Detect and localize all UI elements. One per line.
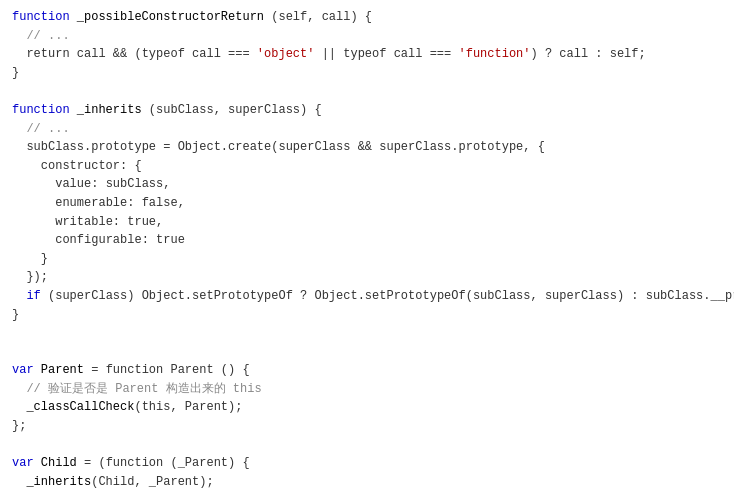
code-block: function _possibleConstructorReturn (sel… [12,8,722,500]
code-container[interactable]: function _possibleConstructorReturn (sel… [0,0,734,500]
